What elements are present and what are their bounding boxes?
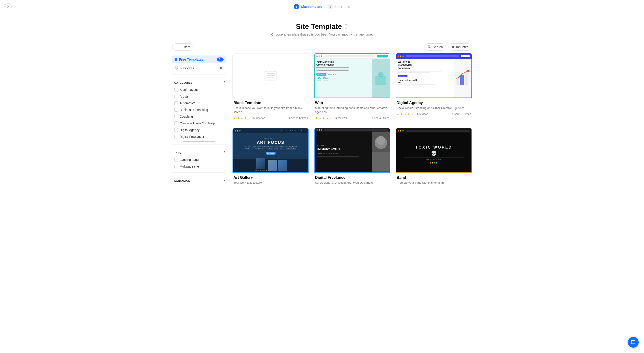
sidebar: ⊞ Free Templates 61 🤍 Favorites 0 CATEGO… [172, 53, 230, 190]
category-digital-agency[interactable]: Digital Agency [172, 126, 226, 133]
sort-icon: ⇅ [452, 46, 454, 49]
templates-grid: Blank Template Use it in case you want t… [232, 53, 472, 190]
template-desc: UX Designers, UI Designers, Web Designer… [315, 181, 390, 185]
template-card-digital-freelancer[interactable]: HI THERE! I'M MARY SMITH I make the comp… [314, 128, 390, 190]
type-divider [172, 144, 226, 145]
help-icon[interactable]: ? [344, 24, 348, 29]
svg-rect-2 [267, 76, 274, 78]
category-label: Automotive [180, 101, 195, 105]
category-checkbox[interactable] [174, 95, 178, 98]
template-desc: Your work tells a story [234, 181, 308, 185]
template-card-art-gallery[interactable]: HomeAboutGalleryBookingContacts WELCOME … [232, 128, 309, 190]
favorites-label: Favorites [180, 66, 194, 70]
category-artists[interactable]: Artists [172, 93, 226, 100]
svg-rect-7 [460, 75, 464, 85]
svg-rect-0 [265, 71, 276, 80]
category-label: Business Consulting [180, 108, 208, 112]
template-thumb-web: Your MarketingGrowth Agency Get started … [314, 53, 390, 98]
filters-label: Filters [182, 45, 190, 49]
top-rated-button[interactable]: ⇅ Top rated [448, 44, 472, 50]
step-1-number: 1 [294, 4, 299, 10]
reviews-count: 36 reviews [416, 112, 428, 116]
svg-rect-1 [267, 73, 270, 76]
sidebar-item-free-templates[interactable]: ⊞ Free Templates 61 [172, 56, 226, 63]
language-divider [172, 172, 226, 173]
favorites-count: 0 [218, 66, 224, 70]
filter-icon: ⊞ [178, 45, 180, 49]
type-label: Landing page [180, 158, 199, 162]
svg-rect-13 [372, 152, 390, 171]
reviews-count: 14 reviews [334, 116, 347, 120]
template-card-web[interactable]: Your MarketingGrowth Agency Get started … [314, 53, 390, 122]
categories-collapse-icon[interactable]: ∧ [224, 80, 226, 84]
type-landing-page[interactable]: Landing page [172, 156, 226, 163]
category-automotive[interactable]: Automotive [172, 100, 226, 106]
main-container: ⊞ Free Templates 61 🤍 Favorites 0 CATEGO… [165, 53, 479, 199]
template-info-band: Band Promote your band with this templat… [396, 173, 472, 190]
template-thumb-band: THE TOXIC WORLD 💀 NEW ALBUM [396, 128, 472, 173]
close-button[interactable]: ✕ [4, 3, 12, 10]
template-card-band[interactable]: THE TOXIC WORLD 💀 NEW ALBUM [396, 128, 472, 190]
template-card-blank[interactable]: Blank Template Use it in case you want t… [232, 53, 309, 122]
sidebar-item-favorites[interactable]: 🤍 Favorites 0 [172, 64, 226, 72]
categories-list: Blank Layouts Artists Automotive Busines… [172, 86, 226, 140]
type-checkbox[interactable] [174, 158, 178, 162]
template-card-digital-agency[interactable]: We ProvideSEO ServicesFor Agency Learn M… [396, 53, 472, 122]
free-templates-label: Free Templates [179, 58, 204, 61]
template-name: Web [315, 101, 390, 105]
template-name: Digital Agency [396, 101, 471, 105]
free-templates-count: 61 [217, 58, 224, 62]
template-name: Blank Template [234, 101, 308, 105]
category-checkbox[interactable] [174, 122, 178, 125]
template-name: Band [396, 176, 471, 180]
templates-content: Blank Template Use it in case you want t… [230, 53, 472, 190]
template-desc: Social Media, Branding and Other Creativ… [396, 106, 471, 110]
category-blank-layouts[interactable]: Blank Layouts [172, 86, 226, 93]
step-2-label: Site Name [334, 5, 350, 8]
category-checkbox[interactable] [174, 108, 178, 112]
search-icon: 🔍 [428, 45, 432, 49]
filters-button[interactable]: ‹ ⊞ Filters [172, 44, 194, 50]
step-1-label: Site Template [300, 5, 322, 8]
type-multipage-site[interactable]: Multipage site [172, 163, 226, 170]
step-1[interactable]: 1 Site Template [294, 4, 322, 10]
reviews-count: 32 reviews [252, 116, 265, 120]
template-thumb-art-gallery: HomeAboutGalleryBookingContacts WELCOME … [232, 128, 309, 173]
category-label: Blank Layouts [180, 88, 200, 92]
category-business-consulting[interactable]: Business Consulting [172, 106, 226, 113]
category-checkbox[interactable] [174, 88, 178, 92]
category-label: Coaching [180, 115, 193, 118]
type-checkbox[interactable] [174, 165, 178, 168]
template-info-digital-freelancer: Digital Freelancer UX Designers, UI Desi… [314, 173, 390, 190]
template-info-art-gallery: Art Gallery Your work tells a story [232, 173, 309, 190]
category-create-thank-you-page[interactable]: Create a Thank You Page [172, 120, 226, 126]
category-digital-freelancer[interactable]: Digital Freelancer [172, 133, 226, 140]
svg-point-5 [378, 72, 384, 78]
template-info-web: Web Marketing firms, branding consultant… [314, 98, 390, 122]
type-collapse-icon[interactable]: ∧ [224, 150, 226, 154]
used-times: Used 45 times [372, 116, 390, 120]
search-button[interactable]: 🔍 Search [424, 44, 446, 50]
category-coaching[interactable]: Coaching [172, 113, 226, 120]
category-label: Digital Agency [180, 128, 200, 132]
svg-point-9 [467, 70, 469, 72]
category-checkbox[interactable] [174, 135, 178, 138]
search-label: Search [433, 45, 442, 49]
sidebar-scrollbar[interactable] [183, 141, 215, 142]
category-label: Digital Freelancer [180, 135, 204, 138]
template-name: Digital Freelancer [315, 176, 390, 180]
breadcrumb: 1 Site Template › 2 Site Name [294, 4, 350, 10]
category-checkbox[interactable] [174, 115, 178, 118]
category-checkbox[interactable] [174, 128, 178, 132]
step-2-number: 2 [328, 4, 333, 10]
category-label: Create a Thank You Page [180, 122, 216, 125]
top-rated-label: Top rated [456, 45, 468, 49]
template-info-digital-agency: Digital Agency Social Media, Branding an… [396, 98, 472, 118]
chevron-left-icon: ‹ [176, 46, 176, 48]
category-checkbox[interactable] [174, 101, 178, 105]
sidebar-divider [172, 74, 226, 75]
heart-icon: 🤍 [174, 66, 178, 70]
template-desc: Use it in case you want to build your si… [234, 106, 308, 114]
language-collapse-icon[interactable]: ∨ [224, 178, 226, 182]
stars: ★ ★ ★ ★ ★ [315, 116, 332, 120]
